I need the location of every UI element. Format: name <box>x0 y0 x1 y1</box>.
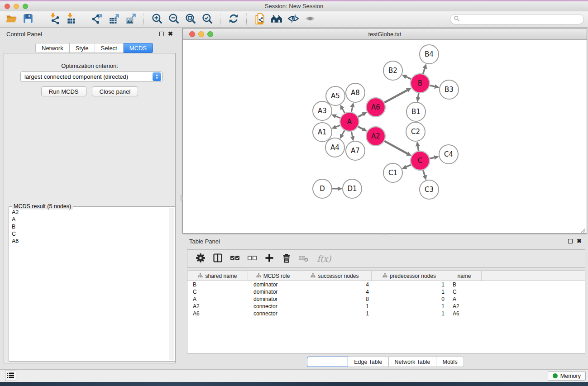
network-canvas[interactable]: B4B2BB3A8A5A6A3B1AA1C2A2A4A7C4CC1DD1C3 <box>183 40 587 233</box>
clone-network-button[interactable] <box>251 13 268 26</box>
refresh-network-button[interactable] <box>225 13 242 26</box>
table-cell[interactable]: A <box>447 296 482 302</box>
zoom-out-button[interactable] <box>165 13 182 26</box>
import-table-button[interactable] <box>62 13 79 26</box>
create-column-button[interactable] <box>261 252 278 266</box>
edge-C-C1[interactable] <box>406 165 411 167</box>
save-session-button[interactable] <box>19 13 36 26</box>
table-cell[interactable]: 4 <box>298 289 372 295</box>
hide-panel-button[interactable] <box>285 13 301 26</box>
tab-select[interactable]: Select <box>95 43 124 53</box>
tab-style[interactable]: Style <box>70 43 95 53</box>
run-mcds-button[interactable]: Run MCDS <box>41 86 86 96</box>
close-panel-button[interactable]: Close panel <box>92 86 139 96</box>
table-options-button[interactable] <box>192 252 209 266</box>
select-all-button[interactable] <box>226 252 244 266</box>
table-cell[interactable]: 1 <box>372 289 447 295</box>
edge-A-A1[interactable] <box>336 125 341 127</box>
edge-A2-C[interactable] <box>384 141 407 153</box>
table-cell[interactable]: C <box>187 289 248 295</box>
show-home-panels-button[interactable] <box>268 13 285 26</box>
table-cell[interactable]: 1 <box>372 303 447 310</box>
deselect-all-button[interactable] <box>244 252 261 266</box>
table-cell[interactable]: 1 <box>372 310 447 317</box>
tab-motifs[interactable]: Motifs <box>436 357 464 367</box>
export-image-button[interactable] <box>122 13 139 26</box>
mcds-result-list[interactable]: A2ABCA6 <box>10 209 168 360</box>
table-row[interactable]: Bdominator41B <box>187 281 585 288</box>
edge-B-B1[interactable] <box>418 93 419 98</box>
zoom-in-button[interactable] <box>148 13 165 26</box>
edge-A-A7[interactable] <box>351 131 352 137</box>
edge-C-C3[interactable] <box>423 170 425 176</box>
close-panel-icon[interactable]: ✖ <box>168 32 173 36</box>
column-header-shared-name[interactable]: shared name <box>187 271 248 281</box>
table-cell[interactable]: B <box>447 281 482 288</box>
tab-node-table[interactable]: Node Table <box>307 357 348 367</box>
column-header-successor-nodes[interactable]: successor nodes <box>298 271 372 281</box>
table-row[interactable]: A6connector11A6 <box>187 310 585 317</box>
network-graph[interactable]: B4B2BB3A8A5A6A3B1AA1C2A2A4A7C4CC1DD1C3 <box>183 40 587 233</box>
table-cell[interactable]: 8 <box>298 296 372 302</box>
result-item[interactable]: A6 <box>10 238 168 245</box>
edge-A-A4[interactable] <box>342 130 345 135</box>
function-builder-button-disabled[interactable]: f(x) <box>312 252 336 266</box>
panel-divider-handle[interactable] <box>181 195 183 200</box>
export-table-button[interactable] <box>105 13 122 26</box>
edge-A-A3[interactable] <box>336 116 341 118</box>
table-cell[interactable]: 0 <box>372 296 447 302</box>
result-item[interactable]: C <box>10 230 168 238</box>
result-scrollbar[interactable] <box>169 208 174 360</box>
result-item[interactable]: B <box>10 223 168 230</box>
table-cell[interactable]: A6 <box>447 310 482 317</box>
table-row[interactable]: Cdominator41C <box>187 288 585 295</box>
edge-B-B3[interactable] <box>430 85 435 86</box>
optimization-criterion-dropdown[interactable]: largest connected component (directed) ▲… <box>20 71 163 82</box>
tab-mcds[interactable]: MCDS <box>124 43 153 53</box>
result-item[interactable]: A2 <box>10 209 168 216</box>
table-row[interactable]: Adominator80A <box>187 295 585 303</box>
resize-grip-icon[interactable] <box>580 227 586 232</box>
table-cell[interactable]: A <box>187 296 248 302</box>
zoom-fit-button[interactable] <box>182 13 199 26</box>
result-item[interactable]: A <box>10 216 168 223</box>
table-cell[interactable]: 1 <box>372 281 447 288</box>
tab-network[interactable]: Network <box>35 43 70 53</box>
float-panel-icon[interactable] <box>159 32 164 36</box>
edge-A6-B[interactable] <box>384 90 407 103</box>
table-cell[interactable]: 1 <box>298 310 372 317</box>
network-window-titlebar[interactable]: testGlobe.txt <box>183 29 587 40</box>
edge-A-A8[interactable] <box>351 107 352 112</box>
column-header-name[interactable]: name <box>447 271 482 281</box>
tab-network-table[interactable]: Network Table <box>389 357 437 367</box>
table-cell[interactable]: A6 <box>187 310 248 317</box>
import-network-button[interactable] <box>46 13 62 26</box>
table-cell[interactable]: 4 <box>298 281 372 288</box>
edge-C-C2[interactable] <box>418 146 419 152</box>
close-panel-icon[interactable]: ✖ <box>577 239 582 243</box>
float-panel-icon[interactable] <box>568 239 573 243</box>
edge-A-A2[interactable] <box>358 126 363 129</box>
table-cell[interactable]: connector <box>248 303 298 310</box>
table-cell[interactable]: dominator <box>248 289 298 295</box>
table-cell[interactable]: A2 <box>187 303 248 310</box>
task-history-button[interactable] <box>5 371 16 381</box>
table-cell[interactable]: 1 <box>298 303 372 310</box>
open-file-button[interactable] <box>3 13 19 26</box>
edge-B-B2[interactable] <box>406 77 411 80</box>
table-cell[interactable]: connector <box>248 310 298 317</box>
table-cell[interactable]: A2 <box>447 303 482 310</box>
edge-B-B4[interactable] <box>423 68 425 74</box>
search-input[interactable] <box>460 15 583 24</box>
column-header-MCDS-role[interactable]: MCDS role <box>248 271 298 281</box>
export-network-button[interactable] <box>89 13 105 26</box>
column-header-predecessor-nodes[interactable]: predecessor nodes <box>372 271 447 281</box>
table-cell[interactable]: C <box>447 289 482 295</box>
table-row[interactable]: A2connector11A2 <box>187 303 585 310</box>
table-cell[interactable]: dominator <box>248 281 298 288</box>
delete-table-button-disabled[interactable] <box>295 252 312 266</box>
edge-A-A6[interactable] <box>358 114 363 117</box>
edge-A-A5[interactable] <box>342 109 345 113</box>
show-panel-button-disabled[interactable] <box>301 13 318 26</box>
delete-columns-button[interactable] <box>278 252 295 266</box>
